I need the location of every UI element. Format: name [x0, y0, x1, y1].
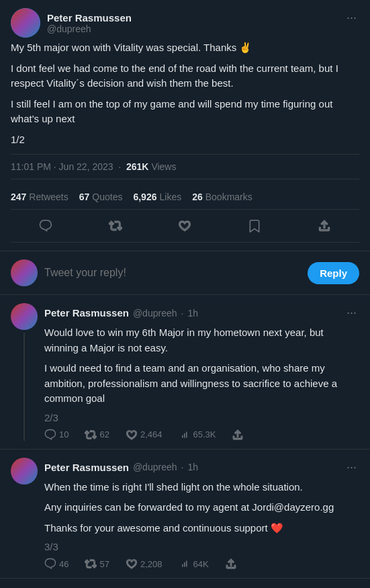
bookmarks-stat[interactable]: 26 Bookmarks: [192, 192, 252, 202]
bookmark-action-button[interactable]: [244, 215, 265, 237]
more-options-button[interactable]: ···: [344, 8, 359, 28]
timestamp-text: 11:01 PM · Jun 22, 2023: [11, 161, 113, 172]
main-tweet-header-left: Peter Rasmussen @dupreeh: [11, 8, 132, 38]
reply-avatar: [11, 259, 38, 286]
thread-actions-1: 10 62 2,464 65.3K: [44, 429, 359, 441]
thread-line-2b: Any inquiries can be forwarded to my age…: [44, 500, 359, 515]
quotes-count: 67: [79, 192, 90, 202]
quotes-label: Quotes: [92, 192, 122, 202]
thread-like-count-2: 2,208: [140, 559, 163, 569]
thread-header-1: Peter Rasmussen @dupreeh · 1h ···: [44, 303, 359, 323]
bookmarks-count: 26: [192, 192, 203, 202]
thread-reply-1[interactable]: 10: [44, 429, 68, 441]
main-tweet-body: My 5th major won with Vitality was speci…: [11, 40, 359, 147]
likes-stat[interactable]: 6,926 Likes: [133, 192, 181, 202]
thread-handle-2: @dupreeh: [133, 462, 177, 472]
reply-action-button[interactable]: [35, 215, 56, 237]
tweet-fraction: 1/2: [11, 132, 359, 148]
thread-actions-2: 46 57 2,208 64K: [44, 558, 359, 570]
thread-like-1[interactable]: 2,464: [126, 429, 163, 441]
thread-retweet-count-2: 57: [99, 559, 109, 569]
thread-header-2: Peter Rasmussen @dupreeh · 1h ···: [44, 458, 359, 477]
thread-reply-2[interactable]: 46: [44, 558, 68, 570]
tweet-line-1: My 5th major won with Vitality was speci…: [11, 40, 359, 56]
thread-time-2: 1h: [187, 462, 198, 472]
thread-dot-1: ·: [181, 308, 184, 319]
thread-tweet-2: Peter Rasmussen @dupreeh · 1h ··· When t…: [0, 450, 370, 579]
thread-reply-count-2: 46: [59, 559, 68, 569]
likes-count: 6,926: [133, 192, 156, 202]
thread-time-1: 1h: [187, 308, 198, 319]
like-action-button[interactable]: [174, 215, 195, 237]
tweet-line-2: I dont feel we had come to the end of th…: [11, 61, 359, 91]
thread-header-left-2: Peter Rasmussen @dupreeh · 1h: [44, 462, 198, 473]
share-action-button[interactable]: [314, 215, 335, 237]
thread-views-2[interactable]: 64K: [178, 558, 208, 570]
quotes-stat[interactable]: 67 Quotes: [79, 192, 123, 202]
thread-avatar-2[interactable]: [11, 458, 38, 485]
thread-left-1: [11, 303, 38, 441]
thread-views-count-1: 65.3K: [193, 429, 216, 439]
thread-line-2c: Thanks for your awesome and continuous s…: [44, 521, 359, 536]
retweets-label: Retweets: [29, 192, 68, 202]
tweet-line-3: I still feel I am on the top of my game …: [11, 97, 359, 127]
thread-left-2: [11, 458, 38, 571]
thread-avatar-1[interactable]: [11, 303, 38, 330]
action-bar: [11, 210, 359, 243]
retweets-stat[interactable]: 247 Retweets: [11, 192, 68, 202]
reply-input[interactable]: [44, 261, 301, 284]
user-handle[interactable]: @dupreeh: [47, 24, 132, 34]
views-count[interactable]: 261K: [126, 161, 148, 172]
thread-retweet-count-1: 62: [99, 429, 109, 439]
thread-tweet-1: Peter Rasmussen @dupreeh · 1h ··· Would …: [0, 295, 370, 450]
thread-content-2: Peter Rasmussen @dupreeh · 1h ··· When t…: [44, 458, 359, 571]
thread-reply-count-1: 10: [59, 429, 68, 439]
thread-content-1: Peter Rasmussen @dupreeh · 1h ··· Would …: [44, 303, 359, 441]
thread-more-1[interactable]: ···: [344, 303, 359, 323]
thread-line-1b: I would need to find a team and an organ…: [44, 361, 359, 407]
thread-dot-2: ·: [181, 462, 184, 472]
thread-share-2[interactable]: [225, 558, 237, 570]
main-tweet-header: Peter Rasmussen @dupreeh ···: [11, 8, 359, 38]
thread-username-2[interactable]: Peter Rasmussen: [44, 462, 129, 473]
thread-more-2[interactable]: ···: [344, 458, 359, 477]
retweet-action-button[interactable]: [105, 215, 126, 237]
thread-views-1[interactable]: 65.3K: [178, 429, 216, 441]
thread-handle-1: @dupreeh: [133, 308, 177, 319]
thread-share-1[interactable]: [232, 429, 244, 441]
reply-button[interactable]: Reply: [308, 262, 359, 284]
thread-retweet-2[interactable]: 57: [85, 558, 109, 570]
likes-label: Likes: [159, 192, 181, 202]
tweet-stats: 247 Retweets 67 Quotes 6,926 Likes 26 Bo…: [11, 185, 359, 210]
thread-line-2a: When the time is right I'll shed light o…: [44, 480, 359, 495]
thread-views-count-2: 64K: [193, 559, 208, 569]
thread-line-1: [24, 333, 25, 441]
thread-header-left-1: Peter Rasmussen @dupreeh · 1h: [44, 307, 198, 319]
thread-fraction-2: 3/3: [44, 541, 359, 552]
thread-body-2: When the time is right I'll shed light o…: [44, 480, 359, 536]
thread-retweet-1[interactable]: 62: [85, 429, 109, 441]
thread-like-2[interactable]: 2,208: [126, 558, 163, 570]
reply-box: Reply: [0, 251, 370, 295]
user-info: Peter Rasmussen @dupreeh: [47, 12, 132, 34]
retweets-count: 247: [11, 192, 26, 202]
thread-line-1a: Would love to win my 6th Major in my hom…: [44, 325, 359, 355]
thread-fraction-1: 2/3: [44, 412, 359, 423]
username[interactable]: Peter Rasmussen: [47, 12, 132, 24]
views-label: Views: [151, 161, 176, 172]
main-tweet: Peter Rasmussen @dupreeh ··· My 5th majo…: [0, 0, 370, 251]
tweet-timestamp: 11:01 PM · Jun 22, 2023 · 261K Views: [11, 154, 359, 179]
avatar[interactable]: [11, 8, 40, 38]
thread-username-1[interactable]: Peter Rasmussen: [44, 307, 129, 319]
thread-body-1: Would love to win my 6th Major in my hom…: [44, 325, 359, 407]
bookmarks-label: Bookmarks: [205, 192, 252, 202]
thread-like-count-1: 2,464: [140, 429, 163, 439]
